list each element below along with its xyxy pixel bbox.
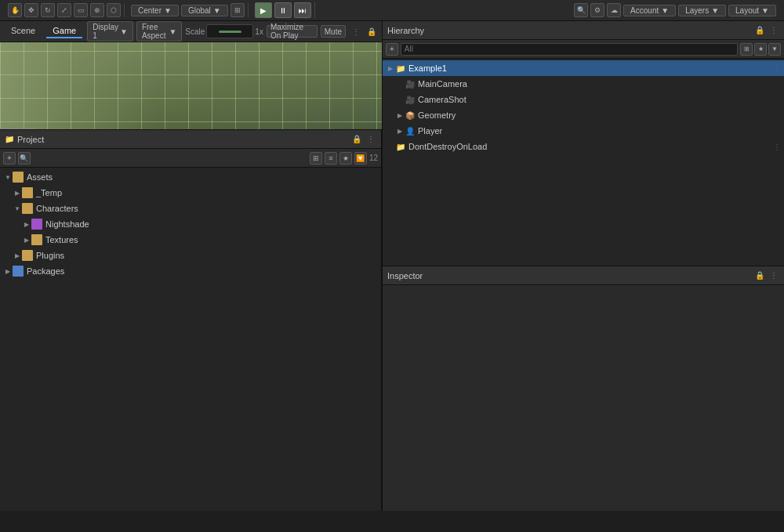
inspector-options-icon[interactable]: ⋮ (768, 270, 779, 281)
display-label: Display 1 (93, 23, 118, 40)
step-button[interactable]: ⏭ (294, 2, 311, 18)
hierarchy-filter1[interactable]: ⊞ (740, 43, 753, 56)
search-icon[interactable]: 🔍 (574, 3, 588, 17)
custom-tool[interactable]: ⬡ (107, 3, 121, 17)
settings-icon[interactable]: ⚙ (590, 3, 604, 17)
pivot-dropdown[interactable]: Center ▼ (131, 5, 179, 16)
top-toolbar: ✋ ✥ ↻ ⤢ ▭ ⊕ ⬡ Center ▼ Global ▼ ⊞ ▶ ⏸ ⏭ … (0, 0, 784, 21)
scene-options-icon[interactable]: ⋮ (350, 26, 361, 37)
pause-button[interactable]: ⏸ (274, 2, 292, 18)
scene-view[interactable] (0, 42, 382, 129)
project-panel: 📁 Project 🔒 ⋮ + 🔍 ⊞ ≡ ★ 🔽 12 ▼ (0, 129, 382, 511)
move-tool[interactable]: ✥ (24, 3, 38, 17)
display-dropdown[interactable]: Display 1 ▼ (87, 21, 133, 42)
hierarchy-item-dontdestroy[interactable]: 📁 DontDestroyOnLoad ⋮ (383, 139, 784, 154)
hierarchy-filter2[interactable]: ★ (754, 43, 767, 56)
dontdestroy-menu[interactable]: ⋮ (773, 143, 781, 151)
account-dropdown[interactable]: Account ▼ (623, 5, 676, 16)
hierarchy-item-camerashot[interactable]: 🎥 CameraShot (383, 92, 784, 107)
scene-lock-icon[interactable]: 🔒 (366, 26, 377, 37)
project-options-icon[interactable]: ⋮ (365, 134, 376, 145)
example1-menu[interactable]: ⋮ (773, 64, 781, 73)
geometry-label: Geometry (418, 110, 456, 120)
maximize-on-play-btn[interactable]: Maximize On Play (267, 25, 318, 38)
textures-label: Textures (45, 235, 78, 244)
camerashot-icon: 🎥 (405, 94, 416, 105)
player-arrow: ▶ (395, 126, 405, 136)
aspect-label: Free Aspect (142, 23, 168, 40)
project-packages[interactable]: ▶ Packages (0, 263, 381, 279)
rect-tool[interactable]: ▭ (74, 3, 88, 17)
textures-icon (31, 234, 42, 245)
project-view2-icon[interactable]: ≡ (325, 152, 337, 165)
inspector-lock-icon[interactable]: 🔒 (754, 270, 765, 281)
tab-scene[interactable]: Scene (5, 24, 42, 38)
rotate-tool[interactable]: ↻ (41, 3, 55, 17)
project-plugins[interactable]: ▶ Plugins (0, 248, 381, 263)
player-icon: 👤 (405, 125, 416, 136)
tab-game[interactable]: Game (46, 24, 82, 38)
hierarchy-search[interactable] (401, 43, 738, 56)
layers-dropdown[interactable]: Layers ▼ (678, 5, 726, 16)
scene-and-project: Scene Game Display 1 ▼ Free Aspect ▼ Sca… (0, 21, 382, 511)
geometry-arrow: ▶ (395, 110, 405, 120)
dontdestroy-icon: 📁 (395, 141, 406, 152)
project-assets[interactable]: ▼ Assets (0, 169, 381, 185)
characters-label: Characters (36, 204, 78, 213)
project-content: ▼ Assets ▶ _Temp ▼ Characters (0, 168, 381, 511)
hierarchy-lock-icon[interactable]: 🔒 (754, 25, 765, 36)
play-button[interactable]: ▶ (255, 2, 272, 18)
project-characters[interactable]: ▼ Characters (0, 201, 381, 216)
geometry-icon: 📦 (405, 110, 416, 121)
project-count: 12 (369, 154, 378, 162)
project-filter-icon[interactable]: 🔽 (354, 152, 367, 165)
hierarchy-add-btn[interactable]: + (386, 43, 398, 56)
layout-dropdown[interactable]: Layout ▼ (728, 5, 776, 16)
mute-btn[interactable]: Mute (321, 25, 346, 38)
inspector-title: Inspector (387, 271, 751, 280)
account-chevron: ▼ (661, 6, 669, 15)
search-group: 🔍 ⚙ ☁ Account ▼ Layers ▼ Layout ▼ (571, 3, 779, 17)
scale-slider[interactable] (206, 24, 253, 38)
scale-value: 1x (255, 27, 263, 36)
plugins-label: Plugins (36, 251, 64, 260)
dontdestroy-arrow (386, 142, 395, 151)
project-view1-icon[interactable]: ⊞ (310, 152, 322, 165)
hierarchy-filter3[interactable]: ▼ (768, 43, 781, 56)
inspector-panel: Inspector 🔒 ⋮ (382, 266, 784, 511)
hierarchy-item-player[interactable]: ▶ 👤 Player (383, 123, 784, 139)
nightshade-icon (31, 219, 42, 230)
project-lock-icon[interactable]: 🔒 (351, 134, 362, 145)
assets-label: Assets (27, 172, 53, 182)
scale-group: Scale 1x (185, 24, 263, 38)
characters-icon (22, 203, 33, 214)
hierarchy-item-example1[interactable]: ▶ 📁 Example1 ⋮ (383, 60, 784, 76)
hierarchy-toolbar: + ⊞ ★ ▼ (383, 40, 784, 59)
dontdestroy-label: DontDestroyOnLoad (408, 142, 487, 151)
transform-all-tool[interactable]: ⊕ (90, 3, 104, 17)
pivot-group: Center ▼ Global ▼ ⊞ (128, 3, 249, 17)
transform-tools: ✋ ✥ ↻ ⤢ ▭ ⊕ ⬡ (5, 3, 125, 17)
cloud-icon[interactable]: ☁ (607, 3, 621, 17)
maincamera-label: MainCamera (418, 79, 467, 89)
hierarchy-options-icon[interactable]: ⋮ (768, 25, 779, 36)
project-search-icon[interactable]: 🔍 (18, 152, 31, 165)
project-add-btn[interactable]: + (3, 152, 16, 165)
scale-tool[interactable]: ⤢ (57, 3, 71, 17)
project-temp[interactable]: ▶ _Temp (0, 185, 381, 201)
grid-tool[interactable]: ⊞ (230, 3, 245, 17)
project-favorite-icon[interactable]: ★ (339, 152, 352, 165)
hierarchy-item-maincamera[interactable]: 🎥 MainCamera (383, 76, 784, 92)
assets-icon (13, 172, 24, 183)
project-textures[interactable]: ▶ Textures (0, 232, 381, 248)
layout-label: Layout (735, 6, 759, 15)
space-dropdown[interactable]: Global ▼ (181, 5, 228, 16)
hierarchy-item-geometry[interactable]: ▶ 📦 Geometry (383, 107, 784, 123)
project-nightshade[interactable]: ▶ Nightshade (0, 216, 381, 232)
hand-tool[interactable]: ✋ (8, 3, 22, 17)
hierarchy-title: Hierarchy (387, 26, 751, 35)
layers-label: Layers (685, 6, 709, 15)
pivot-chevron: ▼ (164, 6, 172, 15)
scene-toolbar: Scene Game Display 1 ▼ Free Aspect ▼ Sca… (0, 21, 382, 42)
aspect-dropdown[interactable]: Free Aspect ▼ (136, 21, 182, 42)
